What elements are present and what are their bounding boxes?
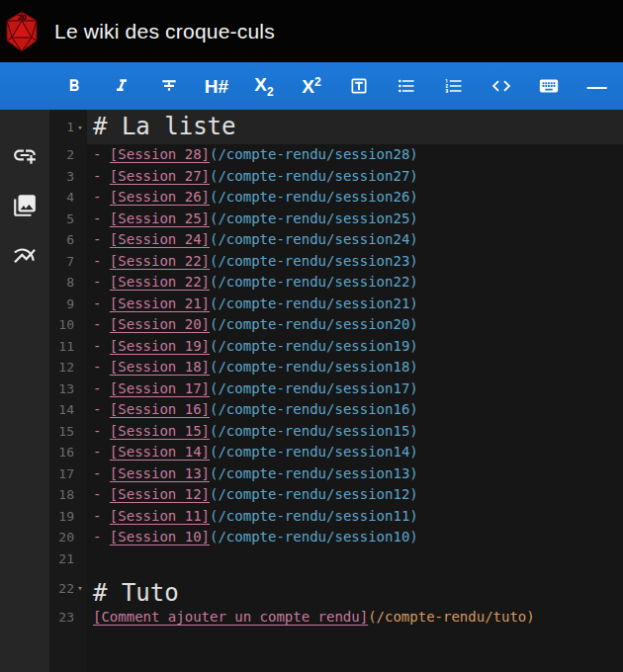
code-segment-dash: - xyxy=(93,508,110,524)
code-segment-url: (/compte-rendu/session16) xyxy=(210,401,418,417)
editor-line-18[interactable]: 18- [Session 12](/compte-rendu/session12… xyxy=(49,484,623,506)
line-gutter: 17 xyxy=(49,463,87,485)
superscript-button[interactable]: X2 xyxy=(288,62,335,110)
editor-line-5[interactable]: 5- [Session 25](/compte-rendu/session25) xyxy=(49,209,623,230)
keyboard-button[interactable] xyxy=(525,62,573,110)
code-segment-link: [Session 22] xyxy=(110,274,210,290)
code-line-content[interactable]: - [Session 27](/compte-rendu/session27) xyxy=(87,166,623,188)
code-line-content[interactable]: - [Session 11](/compte-rendu/session11) xyxy=(87,506,623,528)
code-segment-url: (/compte-rendu/session24) xyxy=(210,231,418,247)
editor-line-2[interactable]: 2- [Session 28](/compte-rendu/session28) xyxy=(49,144,623,166)
keyboard-icon xyxy=(538,75,560,97)
editor-line-9[interactable]: 9- [Session 21](/compte-rendu/session21) xyxy=(49,294,623,315)
editor-line-7[interactable]: 7- [Session 22](/compte-rendu/session23) xyxy=(49,251,623,273)
photo-library-button[interactable] xyxy=(11,192,39,219)
code-line-content[interactable]: - [Session 20](/compte-rendu/session20) xyxy=(87,314,623,336)
code-line-content[interactable]: - [Session 18](/compte-rendu/session18) xyxy=(87,357,623,378)
strikethrough-button[interactable] xyxy=(145,62,193,110)
editor-line-23[interactable]: 23[Comment ajouter un compte rendu](/com… xyxy=(49,607,623,629)
editor-line-16[interactable]: 16- [Session 14](/compte-rendu/session14… xyxy=(49,442,623,463)
code-line-content[interactable]: - [Session 19](/compte-rendu/session19) xyxy=(87,336,623,358)
code-segment-link: [Session 19] xyxy=(110,338,210,354)
code-segment-dash: - xyxy=(93,274,110,290)
code-line-content[interactable]: - [Session 12](/compte-rendu/session12) xyxy=(87,484,623,506)
editor-line-11[interactable]: 11- [Session 19](/compte-rendu/session19… xyxy=(49,336,623,358)
bold-button[interactable] xyxy=(50,62,98,110)
heading-icon: H# xyxy=(205,77,228,96)
code-segment-dash: - xyxy=(93,486,110,502)
ordered-list-button[interactable] xyxy=(430,62,478,110)
photo-library-icon xyxy=(12,193,38,218)
code-segment-link: [Session 25] xyxy=(110,210,210,226)
editor-line-6[interactable]: 6- [Session 24](/compte-rendu/session24) xyxy=(49,229,623,251)
editor-line-19[interactable]: 19- [Session 11](/compte-rendu/session11… xyxy=(49,506,623,528)
superscript-icon: X2 xyxy=(302,76,320,96)
editor-line-22[interactable]: 22▾# Tuto xyxy=(49,569,623,607)
code-line-content[interactable]: - [Session 22](/compte-rendu/session22) xyxy=(87,272,623,294)
code-line-content[interactable]: - [Session 10](/compte-rendu/session10) xyxy=(87,527,623,548)
line-number: 8 xyxy=(66,275,74,290)
code-line-content[interactable]: - [Session 28](/compte-rendu/session28) xyxy=(87,144,623,166)
editor-line-14[interactable]: 14- [Session 16](/compte-rendu/session16… xyxy=(49,399,623,421)
line-gutter: 9 xyxy=(49,294,87,315)
editor-line-1[interactable]: 1▾# La liste xyxy=(49,110,623,144)
editor-line-4[interactable]: 4- [Session 26](/compte-rendu/session26) xyxy=(49,187,623,209)
code-line-content[interactable]: - [Session 15](/compte-rendu/session15) xyxy=(87,421,623,443)
editor-line-17[interactable]: 17- [Session 13](/compte-rendu/session13… xyxy=(49,463,623,485)
editor-line-15[interactable]: 15- [Session 15](/compte-rendu/session15… xyxy=(49,421,623,443)
code-button[interactable] xyxy=(478,62,525,110)
line-gutter: 5 xyxy=(49,209,87,230)
line-number: 23 xyxy=(58,610,74,625)
editor-line-12[interactable]: 12- [Session 18](/compte-rendu/session18… xyxy=(49,357,623,378)
heading-button[interactable]: H# xyxy=(193,62,240,110)
add-link-button[interactable] xyxy=(11,141,39,169)
code-line-content[interactable]: - [Session 25](/compte-rendu/session25) xyxy=(87,209,623,230)
code-line-content[interactable]: - [Session 16](/compte-rendu/session16) xyxy=(87,399,623,421)
d20-logo-icon[interactable]: 20 xyxy=(4,11,40,52)
main-area: 1▾# La liste2- [Session 28](/compte-rend… xyxy=(0,110,623,672)
horizontal-rule-button[interactable]: — xyxy=(573,62,620,110)
editor-line-21[interactable]: 21 xyxy=(49,548,623,570)
left-sidebar xyxy=(0,110,49,672)
code-line-content[interactable]: - [Session 21](/compte-rendu/session21) xyxy=(87,294,623,315)
text-box-button[interactable] xyxy=(335,62,383,110)
editor-line-20[interactable]: 20- [Session 10](/compte-rendu/session10… xyxy=(49,527,623,548)
fold-arrow-icon[interactable]: ▾ xyxy=(74,583,86,593)
line-number: 14 xyxy=(58,402,74,417)
line-number: 12 xyxy=(58,360,74,375)
code-line-content[interactable]: # La liste xyxy=(87,110,623,144)
code-icon xyxy=(490,75,512,97)
code-line-content[interactable]: - [Session 13](/compte-rendu/session13) xyxy=(87,463,623,485)
multiline-chart-button[interactable] xyxy=(11,242,39,270)
code-line-content[interactable]: - [Session 17](/compte-rendu/session17) xyxy=(87,378,623,400)
markdown-editor[interactable]: 1▾# La liste2- [Session 28](/compte-rend… xyxy=(49,110,623,672)
code-line-content[interactable]: - [Session 14](/compte-rendu/session14) xyxy=(87,442,623,463)
subscript-button[interactable]: X2 xyxy=(240,62,288,110)
bullet-list-button[interactable] xyxy=(383,62,430,110)
code-segment-link: [Session 18] xyxy=(110,359,210,375)
line-gutter: 6 xyxy=(49,229,87,251)
code-line-content[interactable]: - [Session 26](/compte-rendu/session26) xyxy=(87,187,623,209)
editor-filler[interactable] xyxy=(49,629,623,672)
code-line-content[interactable]: # Tuto xyxy=(87,569,623,607)
code-segment-link: [Session 21] xyxy=(110,295,210,311)
code-segment-link: [Session 11] xyxy=(110,508,210,524)
code-line-content[interactable]: [Comment ajouter un compte rendu](/compt… xyxy=(87,607,623,629)
editor-line-3[interactable]: 3- [Session 27](/compte-rendu/session27) xyxy=(49,166,623,188)
editor-line-10[interactable]: 10- [Session 20](/compte-rendu/session20… xyxy=(49,314,623,336)
code-line-content[interactable] xyxy=(87,548,623,570)
italic-button[interactable] xyxy=(98,62,145,110)
line-gutter: 23 xyxy=(49,607,87,629)
code-segment-dash: - xyxy=(93,423,110,439)
editor-line-13[interactable]: 13- [Session 17](/compte-rendu/session17… xyxy=(49,378,623,400)
code-line-content[interactable]: - [Session 22](/compte-rendu/session23) xyxy=(87,251,623,273)
fold-arrow-icon[interactable]: ▾ xyxy=(74,123,86,132)
code-segment-link: [Session 12] xyxy=(110,486,210,502)
editor-empty-space[interactable] xyxy=(87,629,623,672)
code-line-content[interactable]: - [Session 24](/compte-rendu/session24) xyxy=(87,229,623,251)
code-segment-url: (/compte-rendu/session20) xyxy=(210,316,418,332)
line-number: 22 xyxy=(58,581,74,596)
editor-line-8[interactable]: 8- [Session 22](/compte-rendu/session22) xyxy=(49,272,623,294)
code-segment-url: (/compte-rendu/session27) xyxy=(210,168,418,184)
code-segment-url: (/compte-rendu/session23) xyxy=(210,253,418,269)
